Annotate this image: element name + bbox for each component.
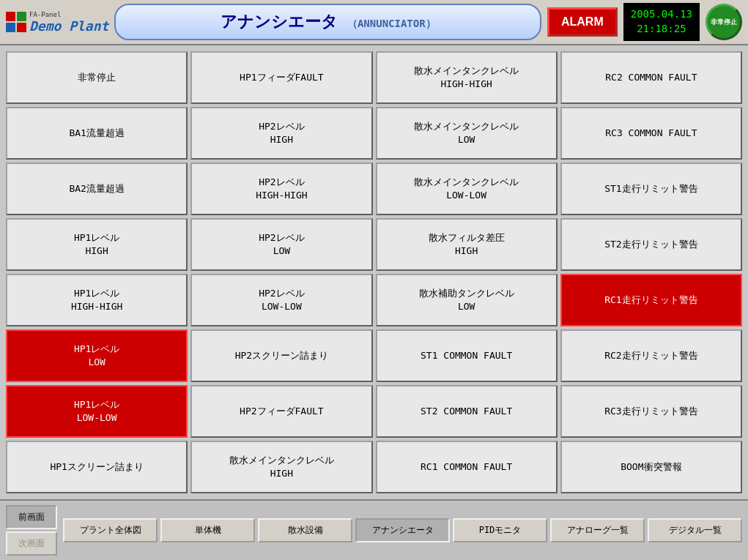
date-line: 2005.04.13	[631, 7, 692, 22]
alarm-grid: 非常停止HP1フィーダFAULT散水メインタンクレベルHIGH-HIGHRC2 …	[6, 51, 742, 493]
alarm-cell-c21[interactable]: HP1レベルLOW	[6, 329, 188, 382]
nav-next-button: 次画面	[6, 531, 57, 556]
alarm-cell-c29[interactable]: HP1スクリーン詰まり	[6, 441, 188, 493]
alarm-cell-c24[interactable]: RC2走行リミット警告	[560, 329, 742, 382]
logo-fa-label: FA-Panel	[29, 11, 108, 18]
time-line: 21:18:25	[631, 22, 692, 37]
alarm-button[interactable]: ALARM	[547, 7, 618, 37]
nav-water-button[interactable]: 散水設備	[258, 518, 352, 542]
alarm-cell-c9[interactable]: BA2流量超過	[6, 163, 188, 215]
logo-cell-red1	[6, 12, 15, 21]
alarm-cell-c27[interactable]: ST2 COMMON FAULT	[376, 385, 558, 438]
alarm-cell-c16[interactable]: ST2走行リミット警告	[560, 218, 742, 271]
nav-unit-button[interactable]: 単体機	[160, 518, 255, 542]
logo-cell-blue	[6, 23, 15, 32]
nav-analog-button[interactable]: アナローグ一覧	[550, 518, 645, 542]
title-sub: （ANNUNCIATOR）	[347, 18, 436, 29]
datetime-display: 2005.04.13 21:18:25	[623, 3, 700, 40]
alarm-cell-c10[interactable]: HP2レベルHIGH-HIGH	[190, 163, 372, 215]
alarm-cell-c25[interactable]: HP1レベルLOW-LOW	[6, 385, 188, 438]
nav-prev-next-group: 前画面 次画面	[6, 505, 57, 556]
alarm-cell-c20[interactable]: RC1走行リミット警告	[560, 274, 742, 326]
nav-plant-button[interactable]: プラント全体図	[63, 518, 158, 542]
nav-annun-button[interactable]: アナンシエータ	[355, 518, 450, 542]
alarm-cell-c22[interactable]: HP2スクリーン詰まり	[190, 329, 372, 382]
alarm-cell-c13[interactable]: HP1レベルHIGH	[6, 218, 188, 271]
logo-demo-label: Demo Plant	[29, 18, 108, 34]
nav-digital-button[interactable]: デジタル一覧	[648, 518, 742, 542]
title-main: アナンシエータ	[221, 12, 338, 31]
nav-buttons-row: プラント全体図 単体機 散水設備 アナンシエータ PIDモニタ アナローグ一覧 …	[63, 518, 742, 542]
alarm-cell-c12[interactable]: ST1走行リミット警告	[560, 163, 742, 215]
alarm-cell-c6[interactable]: HP2レベルHIGH	[190, 107, 372, 160]
alarm-cell-c19[interactable]: 散水補助タンクレベルLOW	[376, 274, 558, 326]
alarm-cell-c31[interactable]: RC1 COMMON FAULT	[376, 441, 558, 493]
nav-pid-button[interactable]: PIDモニタ	[453, 518, 547, 542]
alarm-grid-area: 非常停止HP1フィーダFAULT散水メインタンクレベルHIGH-HIGHRC2 …	[0, 45, 748, 499]
alarm-cell-c11[interactable]: 散水メインタンクレベルLOW-LOW	[376, 163, 558, 215]
alarm-cell-c17[interactable]: HP1レベルHIGH-HIGH	[6, 274, 188, 326]
header: FA-Panel Demo Plant アナンシエータ （ANNUNCIATOR…	[0, 0, 748, 45]
logo-area: FA-Panel Demo Plant	[6, 11, 108, 34]
logo-text: FA-Panel Demo Plant	[29, 11, 108, 34]
alarm-cell-c7[interactable]: 散水メインタンクレベルLOW	[376, 107, 558, 160]
logo-cell-green	[17, 12, 26, 21]
alarm-cell-c8[interactable]: RC3 COMMON FAULT	[560, 107, 742, 160]
alarm-cell-c3[interactable]: 散水メインタンクレベルHIGH-HIGH	[376, 51, 558, 104]
footer-nav: 前画面 次画面 プラント全体図 単体機 散水設備 アナンシエータ PIDモニタ …	[0, 499, 748, 560]
logo-cell-red2	[17, 23, 26, 32]
alarm-cell-c14[interactable]: HP2レベルLOW	[190, 218, 372, 271]
alarm-cell-c23[interactable]: ST1 COMMON FAULT	[376, 329, 558, 382]
alarm-cell-c30[interactable]: 散水メインタンクレベルHIGH	[190, 441, 372, 493]
alarm-cell-c28[interactable]: RC3走行リミット警告	[560, 385, 742, 438]
emergency-stop-button[interactable]: 非常停止	[706, 4, 742, 40]
page-title: アナンシエータ （ANNUNCIATOR）	[114, 4, 541, 40]
alarm-cell-c32[interactable]: BOOM衝突警報	[560, 441, 742, 493]
logo-grid	[6, 12, 26, 32]
alarm-cell-c4[interactable]: RC2 COMMON FAULT	[560, 51, 742, 104]
alarm-cell-c15[interactable]: 散水フィルタ差圧HIGH	[376, 218, 558, 271]
nav-prev-button[interactable]: 前画面	[6, 505, 57, 529]
alarm-cell-c1[interactable]: 非常停止	[6, 51, 188, 104]
alarm-cell-c2[interactable]: HP1フィーダFAULT	[190, 51, 372, 104]
alarm-cell-c26[interactable]: HP2フィーダFAULT	[190, 385, 372, 438]
alarm-cell-c18[interactable]: HP2レベルLOW-LOW	[190, 274, 372, 326]
alarm-cell-c5[interactable]: BA1流量超過	[6, 107, 188, 160]
